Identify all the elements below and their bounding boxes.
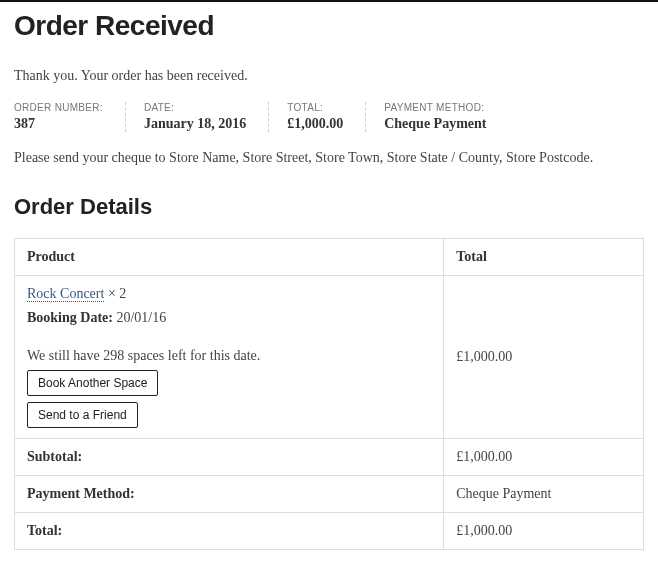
overview-total-label: TOTAL:: [287, 102, 343, 113]
overview-order-number-value: 387: [14, 116, 103, 132]
thankyou-text: Thank you. Your order has been received.: [14, 68, 644, 84]
order-details-table: Product Total Rock Concert × 2 Booking D…: [14, 238, 644, 550]
product-cell: Rock Concert × 2 Booking Date: 20/01/16 …: [15, 276, 444, 439]
page-title: Order Received: [14, 10, 644, 42]
overview-total-value: £1,000.00: [287, 116, 343, 132]
table-row: Subtotal: £1,000.00: [15, 439, 644, 476]
book-another-button[interactable]: Book Another Space: [27, 370, 158, 396]
overview-date: DATE: January 18, 2016: [144, 102, 269, 132]
overview-payment-method: PAYMENT METHOD: Cheque Payment: [384, 102, 508, 132]
overview-order-number: ORDER NUMBER: 387: [14, 102, 126, 132]
order-details-heading: Order Details: [14, 194, 644, 220]
subtotal-label: Subtotal:: [15, 439, 444, 476]
table-row: Total: £1,000.00: [15, 513, 644, 550]
table-row: Rock Concert × 2 Booking Date: 20/01/16 …: [15, 276, 644, 439]
order-overview: ORDER NUMBER: 387 DATE: January 18, 2016…: [14, 102, 644, 132]
booking-date: 20/01/16: [116, 310, 166, 325]
subtotal-value: £1,000.00: [444, 439, 644, 476]
col-total: Total: [444, 239, 644, 276]
payment-method-value: Cheque Payment: [444, 476, 644, 513]
spaces-left-text: We still have 298 spaces left for this d…: [27, 348, 431, 364]
product-qty: × 2: [108, 286, 126, 301]
total-value: £1,000.00: [444, 513, 644, 550]
overview-payment-method-value: Cheque Payment: [384, 116, 486, 132]
send-to-friend-button[interactable]: Send to a Friend: [27, 402, 138, 428]
overview-payment-method-label: PAYMENT METHOD:: [384, 102, 486, 113]
booking-label: Booking Date:: [27, 310, 113, 325]
overview-date-value: January 18, 2016: [144, 116, 246, 132]
table-row: Payment Method: Cheque Payment: [15, 476, 644, 513]
col-product: Product: [15, 239, 444, 276]
payment-instructions: Please send your cheque to Store Name, S…: [14, 150, 644, 166]
overview-date-label: DATE:: [144, 102, 246, 113]
overview-total: TOTAL: £1,000.00: [287, 102, 366, 132]
item-total: £1,000.00: [444, 276, 644, 439]
total-label: Total:: [15, 513, 444, 550]
overview-order-number-label: ORDER NUMBER:: [14, 102, 103, 113]
product-link[interactable]: Rock Concert: [27, 286, 104, 302]
payment-method-label: Payment Method:: [15, 476, 444, 513]
